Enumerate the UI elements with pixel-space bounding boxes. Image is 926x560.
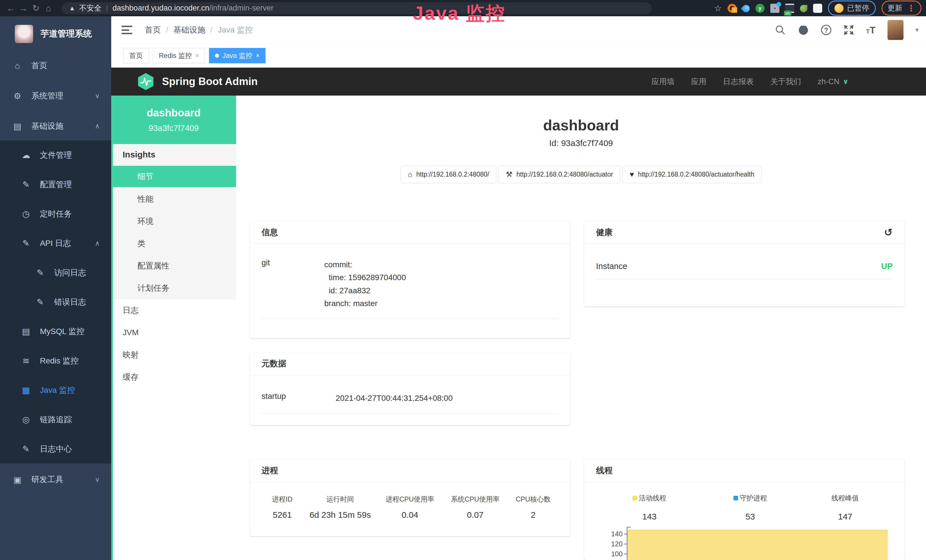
briefcase-icon: ▣ <box>11 475 23 485</box>
actuator-url-button[interactable]: ⚒ http://192.168.0.2:48080/actuator <box>498 166 620 183</box>
app-logo-row[interactable]: 芋道管理系统 <box>0 16 111 51</box>
sba-item-scheduled[interactable]: 计划任务 <box>113 277 236 299</box>
extension-icon-grid[interactable] <box>770 4 779 13</box>
process-header-row: 进程ID 运行时间 进程CPU使用率 系统CPU使用率 CPU核心数 <box>262 495 558 504</box>
breadcrumb-infrastructure[interactable]: 基础设施 <box>173 24 205 35</box>
sidebar-item-system-management[interactable]: ⚙ 系统管理 ∨ <box>0 80 111 112</box>
nav-applications[interactable]: 应用 <box>691 76 707 87</box>
locale-selector[interactable]: zh-CN ∨ <box>818 77 849 86</box>
sidebar-item-dev-tools[interactable]: ▣ 研发工具 ∨ <box>0 463 111 495</box>
sidebar-item-error-logs[interactable]: ✎ 错误日志 <box>0 287 111 317</box>
sidebar-item-label: 研发工具 <box>31 474 63 485</box>
sba-item-logs[interactable]: 日志 <box>113 299 236 321</box>
browser-home-icon[interactable]: ⌂ <box>42 3 55 13</box>
threads-legend-row: 活动线程 守护进程 线程峰值 <box>596 493 893 502</box>
tab-label: 首页 <box>129 51 143 60</box>
daemon-threads-value: 53 <box>703 512 798 522</box>
sidebar-item-mysql-monitor[interactable]: ▤ MySQL 监控 <box>0 317 111 346</box>
sidebar-item-api-logs[interactable]: ✎ API 日志 ∧ <box>0 229 111 258</box>
sidebar-item-scheduled-tasks[interactable]: ◷ 定时任务 <box>0 199 111 229</box>
profile-paused-badge[interactable]: 已暂停 <box>828 1 876 16</box>
info-card: 信息 git commit: time: 1596289704000 id: 2… <box>250 221 570 338</box>
health-url-button[interactable]: ♥ http://192.168.0.2:48080/actuator/heal… <box>623 166 761 183</box>
screen: ← → ↻ ⌂ ▲ 不安全 | dashboard.yudao.iocoder.… <box>0 0 926 560</box>
font-size-icon[interactable]: TT <box>866 24 876 36</box>
profile-emoji-icon <box>834 4 844 13</box>
sidebar-item-log-center[interactable]: ✎ 日志中心 <box>0 434 111 463</box>
history-icon[interactable]: ↺ <box>884 227 893 239</box>
sidebar-item-java-monitor[interactable]: ▦ Java 监控 <box>0 375 111 405</box>
sba-item-caches[interactable]: 缓存 <box>113 366 236 388</box>
not-secure-label: 不安全 <box>79 3 101 13</box>
user-avatar[interactable] <box>888 20 903 40</box>
sidebar-item-label: MySQL 监控 <box>40 326 85 337</box>
sba-item-environment[interactable]: 环境 <box>113 210 236 233</box>
wrench-icon: ⚒ <box>505 170 512 179</box>
metadata-value: 2021-04-27T00:44:31.254+08:00 <box>336 392 452 404</box>
extension-grid-dot <box>776 2 781 6</box>
service-url-button[interactable]: ⌂ http://192.168.0.2:48080/ <box>401 166 496 183</box>
tab-redis-monitor[interactable]: Redis 监控 × <box>153 48 205 64</box>
fullscreen-icon[interactable] <box>843 24 854 35</box>
extension-icon-list[interactable]: on <box>785 4 794 13</box>
tab-home[interactable]: 首页 <box>123 48 149 64</box>
gear-icon: ⚙ <box>11 91 23 101</box>
forward-icon[interactable]: → <box>17 3 30 13</box>
sidebar-item-redis-monitor[interactable]: ≋ Redis 监控 <box>0 346 111 375</box>
extension-icon-green-y[interactable]: y <box>755 4 764 13</box>
spring-boot-admin-logo[interactable] <box>138 73 154 91</box>
sidebar-item-infrastructure[interactable]: ▤ 基础设施 ∧ <box>0 112 111 140</box>
extension-icon-leaf[interactable] <box>800 5 807 12</box>
bookmark-star-icon[interactable]: ☆ <box>714 3 722 13</box>
extension-icon-orange[interactable]: 1 <box>728 4 737 13</box>
instance-id: 93a3fc7f7409 <box>148 124 199 133</box>
browser-menu-icon[interactable]: ⋮ <box>907 3 915 13</box>
extension-icon-blue-pin[interactable] <box>741 3 752 14</box>
url-path: /infra/admin-server <box>209 4 274 12</box>
hamburger-icon[interactable] <box>121 26 132 34</box>
extensions-puzzle-icon[interactable] <box>813 4 822 13</box>
back-icon[interactable]: ← <box>5 3 17 13</box>
app-title: 芋道管理系统 <box>41 28 92 40</box>
sba-item-classes[interactable]: 类 <box>113 233 236 255</box>
instance-name: dashboard <box>147 107 200 119</box>
breadcrumb: 首页 / 基础设施 / Java 监控 <box>145 24 253 35</box>
help-icon[interactable]: ? <box>821 25 831 35</box>
breadcrumb-home[interactable]: 首页 <box>145 24 161 35</box>
nav-journal[interactable]: 日志报表 <box>723 76 754 87</box>
chevron-up-icon: ∧ <box>95 122 100 130</box>
sba-item-metrics[interactable]: 性能 <box>113 188 236 210</box>
header-actions: ? TT ▾ <box>775 20 918 40</box>
breadcrumb-separator: / <box>166 26 168 35</box>
address-bar[interactable]: ▲ 不安全 | dashboard.yudao.iocoder.cn /infr… <box>62 2 652 14</box>
sidebar-item-access-logs[interactable]: ✎ 访问日志 <box>0 258 111 287</box>
status-badge: UP <box>881 262 893 271</box>
heartbeat-icon: ♥ <box>630 170 634 179</box>
chrome-update-button[interactable]: 更新 ⋮ <box>882 1 921 16</box>
close-icon[interactable]: × <box>195 52 199 59</box>
sidebar-item-label: 链路追踪 <box>40 414 72 425</box>
sba-item-jvm[interactable]: JVM <box>113 321 236 344</box>
sidebar-item-label: 系统管理 <box>31 91 63 101</box>
close-icon[interactable]: × <box>256 52 260 59</box>
sidebar-item-label: 基础设施 <box>31 121 63 132</box>
github-icon[interactable] <box>798 24 809 35</box>
reload-icon[interactable]: ↻ <box>30 3 42 13</box>
sba-item-mappings[interactable]: 映射 <box>113 344 236 366</box>
peak-threads-value: 147 <box>798 512 893 522</box>
sba-item-details[interactable]: 细节 <box>113 166 236 188</box>
sidebar-item-tracing[interactable]: ◎ 链路追踪 <box>0 405 111 434</box>
sidebar-item-home[interactable]: ⌂ 首页 <box>0 51 111 80</box>
search-icon[interactable] <box>775 24 786 35</box>
instance-header[interactable]: dashboard 93a3fc7f7409 <box>111 95 236 144</box>
sidebar-item-config-management[interactable]: ✎ 配置管理 <box>0 170 111 199</box>
nav-applications-wall[interactable]: 应用墙 <box>651 76 675 87</box>
annotation-title: Java 监控 <box>413 1 505 26</box>
sba-item-config-props[interactable]: 配置属性 <box>113 255 236 277</box>
sidebar-item-file-management[interactable]: ☁ 文件管理 <box>0 140 111 170</box>
tab-java-monitor[interactable]: Java 监控 × <box>209 48 265 64</box>
not-secure-warning-icon: ▲ <box>69 5 75 12</box>
sba-brand-title[interactable]: Spring Boot Admin <box>162 76 258 88</box>
avatar-caret-icon[interactable]: ▾ <box>915 26 918 34</box>
nav-about[interactable]: 关于我们 <box>770 76 801 87</box>
